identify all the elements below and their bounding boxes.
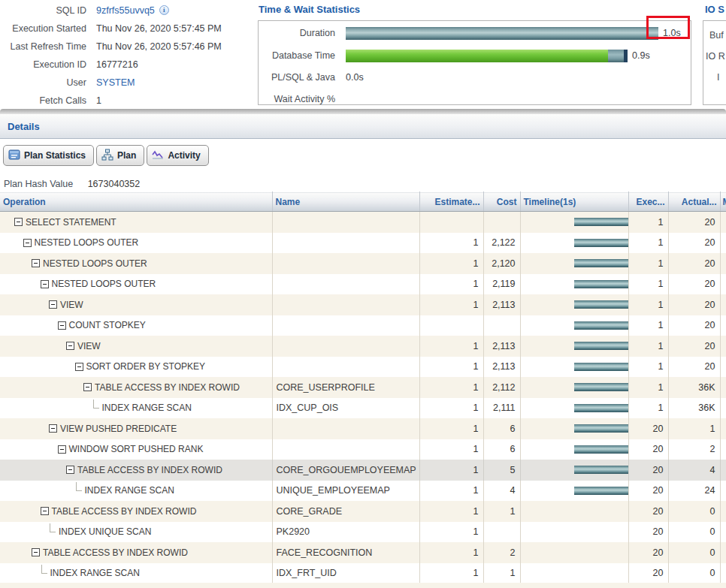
- table-row[interactable]: TABLE ACCESS BY INDEX ROWIDFACE_RECOGNIT…: [0, 542, 726, 563]
- memory-cell-clipped: [720, 563, 726, 584]
- cost-cell: 2,120: [483, 253, 520, 274]
- summary-field-row: Fetch Calls1: [0, 93, 248, 107]
- operation-label: NESTED LOOPS OUTER: [35, 237, 139, 248]
- field-label: Fetch Calls: [0, 95, 86, 106]
- operation-cell: NESTED LOOPS OUTER: [0, 233, 272, 254]
- plan-table-body: SELECT STATEMENT120NESTED LOOPS OUTER12,…: [0, 212, 726, 584]
- collapse-minus-icon[interactable]: [41, 507, 49, 515]
- operation-cell: COUNT STOPKEY: [0, 315, 272, 336]
- name-cell: [272, 418, 419, 439]
- operation-cell: INDEX RANGE SCAN: [0, 398, 272, 419]
- field-value: 16777216: [96, 59, 138, 70]
- io-row-buffer: Buf: [709, 30, 724, 41]
- details-title: Details: [8, 121, 40, 132]
- col-actual: Actual...: [668, 192, 720, 212]
- field-value[interactable]: SYSTEM: [96, 77, 135, 88]
- table-row[interactable]: SELECT STATEMENT120: [0, 212, 726, 233]
- table-row[interactable]: TABLE ACCESS BY INDEX ROWIDCORE_GRADE112…: [0, 501, 726, 522]
- operation-label: TABLE ACCESS BY INDEX ROWID: [95, 382, 240, 393]
- tab-plan-statistics[interactable]: Plan Statistics: [3, 145, 94, 166]
- timeline-bar: [574, 404, 628, 412]
- actual-cell: 20: [668, 357, 720, 378]
- collapse-minus-icon[interactable]: [32, 259, 40, 267]
- timeline-cell: [520, 481, 628, 502]
- collapse-minus-icon[interactable]: [32, 548, 40, 556]
- database-time-row: Database Time 0.9s: [259, 49, 687, 62]
- table-row[interactable]: WINDOW SORT PUSHED RANK16202: [0, 439, 726, 460]
- actual-cell: 0: [668, 501, 720, 522]
- table-row[interactable]: NESTED LOOPS OUTER12,119120: [0, 274, 726, 295]
- field-value[interactable]: 9zfrfs55uvvq5: [96, 5, 155, 16]
- collapse-minus-icon[interactable]: [75, 363, 83, 371]
- table-row[interactable]: NESTED LOOPS OUTER12,122120: [0, 233, 726, 254]
- memory-cell-clipped: [720, 233, 726, 254]
- collapse-minus-icon[interactable]: [58, 445, 66, 454]
- timeline-bar: [574, 280, 628, 288]
- operation-label: INDEX UNIQUE SCAN: [59, 526, 151, 537]
- info-icon[interactable]: i: [159, 5, 169, 15]
- col-cost: Cost: [483, 192, 520, 212]
- tab-activity[interactable]: Activity: [147, 145, 208, 166]
- table-row[interactable]: SORT ORDER BY STOPKEY12,113120: [0, 357, 726, 378]
- actual-cell: 0: [668, 542, 720, 563]
- cost-cell: 2,122: [483, 233, 520, 254]
- name-cell: [272, 439, 419, 460]
- timeline-cell: [520, 542, 628, 563]
- col-name: Name: [272, 192, 419, 212]
- collapse-minus-icon[interactable]: [66, 466, 74, 474]
- col-operation: Operation: [0, 192, 272, 212]
- collapse-minus-icon[interactable]: [41, 280, 49, 288]
- table-row[interactable]: INDEX RANGE SCANUNIQUE_EMPLOYEEMAP142024: [0, 481, 726, 502]
- operation-cell: INDEX UNIQUE SCAN: [0, 522, 272, 543]
- io-row-bytes: I: [717, 72, 719, 83]
- table-row[interactable]: VIEW12,113120: [0, 294, 726, 315]
- table-row[interactable]: TABLE ACCESS BY INDEX ROWIDCORE_ORGOUEMP…: [0, 460, 726, 481]
- cost-cell: [483, 315, 520, 336]
- collapse-minus-icon[interactable]: [49, 300, 57, 309]
- estimate-cell: [419, 315, 483, 336]
- table-row[interactable]: TABLE ACCESS BY INDEX ROWIDCORE_USERPROF…: [0, 377, 726, 398]
- estimate-cell: 1: [419, 481, 483, 502]
- table-row[interactable]: NESTED LOOPS OUTER12,120120: [0, 253, 726, 274]
- collapse-minus-icon[interactable]: [14, 218, 23, 226]
- timeline-bar: [574, 300, 628, 309]
- collapse-minus-icon[interactable]: [66, 342, 74, 350]
- exec-cell: 20: [628, 563, 668, 584]
- table-row[interactable]: VIEW12,113120: [0, 336, 726, 357]
- cost-cell: 2,113: [483, 357, 520, 378]
- table-row[interactable]: VIEW PUSHED PREDICATE16201: [0, 418, 726, 439]
- estimate-cell: 1: [419, 501, 483, 522]
- table-row[interactable]: INDEX RANGE SCANIDX_CUP_OIS12,111136K: [0, 398, 726, 419]
- collapse-minus-icon[interactable]: [23, 239, 32, 247]
- memory-cell-clipped: [720, 336, 726, 357]
- timeline-cell: [520, 274, 628, 295]
- activity-chart-icon: [152, 149, 164, 163]
- memory-cell-clipped: [720, 439, 726, 460]
- tree-elbow-icon: [93, 400, 99, 409]
- actual-cell: 0: [668, 563, 720, 584]
- field-label: Last Refresh Time: [0, 41, 86, 52]
- estimate-cell: 1: [419, 398, 483, 419]
- timeline-cell: [520, 294, 628, 315]
- exec-cell: 1: [628, 377, 668, 398]
- memory-cell-clipped: [720, 253, 726, 274]
- exec-cell: 1: [628, 253, 668, 274]
- table-row[interactable]: INDEX UNIQUE SCANPK29201200: [0, 522, 726, 543]
- field-label: Execution Started: [0, 23, 86, 34]
- summary-field-row: SQL ID9zfrfs55uvvq5i: [0, 3, 248, 17]
- timeline-cell: [520, 315, 628, 336]
- summary-field-row: Execution StartedThu Nov 26, 2020 5:57:4…: [0, 21, 248, 35]
- table-row[interactable]: COUNT STOPKEY120: [0, 315, 726, 336]
- operation-label: TABLE ACCESS BY INDEX ROWID: [43, 547, 188, 558]
- table-row[interactable]: INDEX RANGE SCANIDX_FRT_UID11200: [0, 563, 726, 584]
- operation-cell: NESTED LOOPS OUTER: [0, 274, 272, 295]
- tab-plan[interactable]: Plan: [96, 145, 144, 166]
- operation-cell: SELECT STATEMENT: [0, 212, 272, 233]
- cost-cell: 4: [483, 481, 520, 502]
- collapse-minus-icon[interactable]: [49, 424, 57, 433]
- collapse-minus-icon[interactable]: [83, 383, 92, 391]
- actual-cell: 0: [668, 522, 720, 543]
- collapse-minus-icon[interactable]: [58, 321, 66, 330]
- operation-cell: INDEX RANGE SCAN: [0, 563, 272, 584]
- timeline-bar: [574, 259, 628, 267]
